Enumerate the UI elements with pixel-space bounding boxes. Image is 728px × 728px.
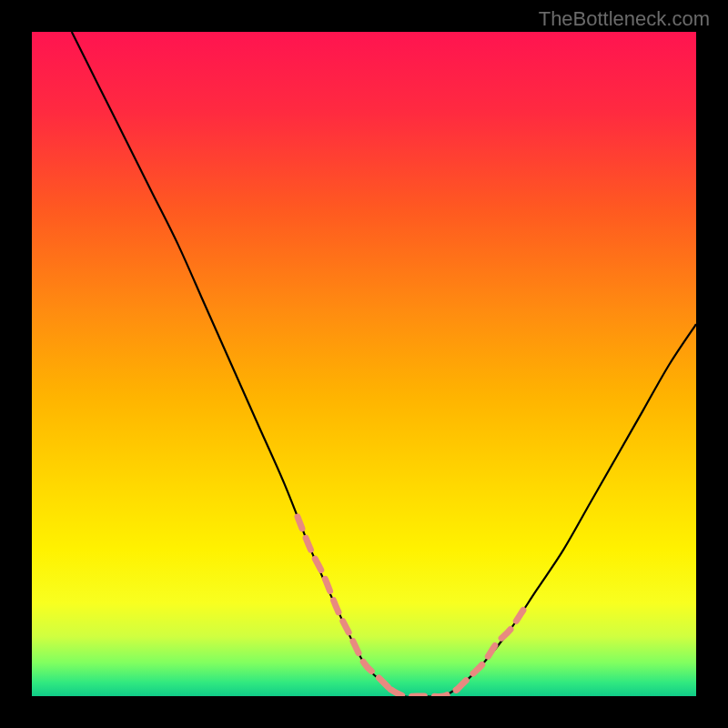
highlight-segment — [457, 610, 523, 690]
plot-area — [32, 32, 696, 696]
watermark-text: TheBottleneck.com — [539, 7, 710, 31]
highlight-segment — [298, 517, 390, 690]
highlight-segment — [390, 690, 457, 696]
chart-frame: TheBottleneck.com — [0, 0, 728, 728]
curve-layer — [32, 32, 696, 696]
bottleneck-curve — [72, 32, 696, 696]
